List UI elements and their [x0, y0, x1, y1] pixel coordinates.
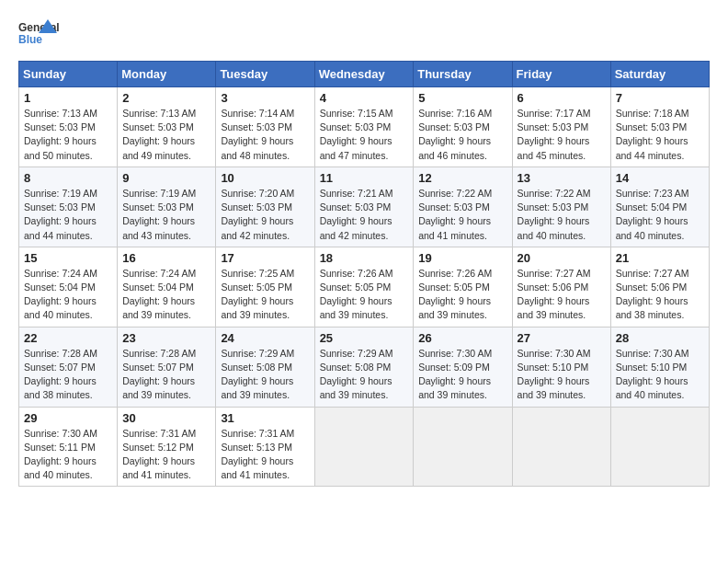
calendar-cell: 19Sunrise: 7:26 AMSunset: 5:05 PMDayligh…: [414, 247, 512, 327]
day-info: Sunrise: 7:22 AMSunset: 5:03 PMDaylight:…: [418, 188, 492, 241]
day-info: Sunrise: 7:13 AMSunset: 5:03 PMDaylight:…: [24, 108, 97, 161]
calendar-cell: 16Sunrise: 7:24 AMSunset: 5:04 PMDayligh…: [118, 247, 216, 327]
day-info: Sunrise: 7:18 AMSunset: 5:03 PMDaylight:…: [616, 108, 689, 161]
day-number: 4: [320, 91, 409, 105]
day-info: Sunrise: 7:30 AMSunset: 5:10 PMDaylight:…: [518, 348, 591, 401]
day-info: Sunrise: 7:24 AMSunset: 5:04 PMDaylight:…: [122, 268, 196, 321]
calendar-cell: 30Sunrise: 7:31 AMSunset: 5:12 PMDayligh…: [118, 407, 216, 487]
calendar-cell: 12Sunrise: 7:22 AMSunset: 5:03 PMDayligh…: [414, 167, 512, 247]
day-info: Sunrise: 7:26 AMSunset: 5:05 PMDaylight:…: [320, 268, 393, 321]
day-number: 10: [221, 171, 309, 185]
day-info: Sunrise: 7:21 AMSunset: 5:03 PMDaylight:…: [320, 188, 393, 241]
calendar-cell: 11Sunrise: 7:21 AMSunset: 5:03 PMDayligh…: [314, 167, 414, 247]
day-number: 2: [122, 91, 210, 105]
day-number: 14: [616, 171, 704, 185]
day-info: Sunrise: 7:26 AMSunset: 5:05 PMDaylight:…: [418, 268, 492, 321]
day-info: Sunrise: 7:27 AMSunset: 5:06 PMDaylight:…: [616, 268, 689, 321]
day-number: 22: [24, 331, 112, 345]
calendar-cell: 29Sunrise: 7:30 AMSunset: 5:11 PMDayligh…: [19, 407, 118, 487]
day-info: Sunrise: 7:30 AMSunset: 5:11 PMDaylight:…: [24, 428, 97, 481]
day-number: 12: [418, 171, 506, 185]
day-number: 23: [122, 331, 210, 345]
day-info: Sunrise: 7:19 AMSunset: 5:03 PMDaylight:…: [24, 188, 97, 241]
calendar-cell: [610, 407, 709, 487]
calendar-body: 1Sunrise: 7:13 AMSunset: 5:03 PMDaylight…: [19, 87, 710, 487]
day-number: 5: [418, 91, 506, 105]
calendar-cell: [512, 407, 610, 487]
day-number: 16: [122, 251, 210, 265]
calendar-cell: [314, 407, 414, 487]
day-number: 9: [122, 171, 210, 185]
day-number: 1: [24, 91, 112, 105]
calendar-week-row: 1Sunrise: 7:13 AMSunset: 5:03 PMDaylight…: [19, 87, 710, 167]
svg-text:Blue: Blue: [18, 33, 42, 46]
calendar-cell: 26Sunrise: 7:30 AMSunset: 5:09 PMDayligh…: [414, 327, 512, 407]
day-info: Sunrise: 7:29 AMSunset: 5:08 PMDaylight:…: [320, 348, 393, 401]
calendar-header-row: SundayMondayTuesdayWednesdayThursdayFrid…: [19, 62, 710, 87]
day-info: Sunrise: 7:14 AMSunset: 5:03 PMDaylight:…: [221, 108, 294, 161]
day-number: 19: [418, 251, 506, 265]
calendar-cell: 23Sunrise: 7:28 AMSunset: 5:07 PMDayligh…: [118, 327, 216, 407]
day-info: Sunrise: 7:31 AMSunset: 5:12 PMDaylight:…: [122, 428, 196, 481]
calendar-cell: 1Sunrise: 7:13 AMSunset: 5:03 PMDaylight…: [19, 87, 118, 167]
day-number: 30: [122, 411, 210, 425]
day-info: Sunrise: 7:30 AMSunset: 5:09 PMDaylight:…: [418, 348, 492, 401]
day-info: Sunrise: 7:30 AMSunset: 5:10 PMDaylight:…: [616, 348, 689, 401]
calendar-cell: 8Sunrise: 7:19 AMSunset: 5:03 PMDaylight…: [19, 167, 118, 247]
calendar-cell: 21Sunrise: 7:27 AMSunset: 5:06 PMDayligh…: [610, 247, 709, 327]
calendar-cell: 22Sunrise: 7:28 AMSunset: 5:07 PMDayligh…: [19, 327, 118, 407]
day-number: 3: [221, 91, 309, 105]
calendar-day-header: Thursday: [414, 62, 512, 87]
calendar-cell: 14Sunrise: 7:23 AMSunset: 5:04 PMDayligh…: [610, 167, 709, 247]
day-number: 28: [616, 331, 704, 345]
calendar-cell: 13Sunrise: 7:22 AMSunset: 5:03 PMDayligh…: [512, 167, 610, 247]
calendar-table: SundayMondayTuesdayWednesdayThursdayFrid…: [18, 61, 710, 487]
calendar-cell: 6Sunrise: 7:17 AMSunset: 5:03 PMDaylight…: [512, 87, 610, 167]
day-number: 26: [418, 331, 506, 345]
calendar-cell: 4Sunrise: 7:15 AMSunset: 5:03 PMDaylight…: [314, 87, 414, 167]
day-info: Sunrise: 7:28 AMSunset: 5:07 PMDaylight:…: [24, 348, 97, 401]
calendar-cell: 5Sunrise: 7:16 AMSunset: 5:03 PMDaylight…: [414, 87, 512, 167]
day-number: 7: [616, 91, 704, 105]
day-info: Sunrise: 7:13 AMSunset: 5:03 PMDaylight:…: [122, 108, 196, 161]
calendar-day-header: Friday: [512, 62, 610, 87]
day-info: Sunrise: 7:25 AMSunset: 5:05 PMDaylight:…: [221, 268, 294, 321]
calendar-cell: 15Sunrise: 7:24 AMSunset: 5:04 PMDayligh…: [19, 247, 118, 327]
calendar-cell: 24Sunrise: 7:29 AMSunset: 5:08 PMDayligh…: [216, 327, 314, 407]
calendar-week-row: 15Sunrise: 7:24 AMSunset: 5:04 PMDayligh…: [19, 247, 710, 327]
calendar-cell: 31Sunrise: 7:31 AMSunset: 5:13 PMDayligh…: [216, 407, 314, 487]
calendar-day-header: Wednesday: [314, 62, 414, 87]
calendar-cell: 20Sunrise: 7:27 AMSunset: 5:06 PMDayligh…: [512, 247, 610, 327]
calendar-cell: 25Sunrise: 7:29 AMSunset: 5:08 PMDayligh…: [314, 327, 414, 407]
calendar-day-header: Sunday: [19, 62, 118, 87]
day-info: Sunrise: 7:24 AMSunset: 5:04 PMDaylight:…: [24, 268, 97, 321]
day-info: Sunrise: 7:27 AMSunset: 5:06 PMDaylight:…: [518, 268, 591, 321]
day-info: Sunrise: 7:22 AMSunset: 5:03 PMDaylight:…: [518, 188, 591, 241]
day-info: Sunrise: 7:29 AMSunset: 5:08 PMDaylight:…: [221, 348, 294, 401]
calendar-cell: 10Sunrise: 7:20 AMSunset: 5:03 PMDayligh…: [216, 167, 314, 247]
calendar-cell: [414, 407, 512, 487]
day-number: 25: [320, 331, 409, 345]
calendar-cell: 17Sunrise: 7:25 AMSunset: 5:05 PMDayligh…: [216, 247, 314, 327]
calendar-cell: 18Sunrise: 7:26 AMSunset: 5:05 PMDayligh…: [314, 247, 414, 327]
logo: General Blue: [18, 18, 59, 52]
day-number: 18: [320, 251, 409, 265]
day-number: 29: [24, 411, 112, 425]
calendar-week-row: 22Sunrise: 7:28 AMSunset: 5:07 PMDayligh…: [19, 327, 710, 407]
day-info: Sunrise: 7:23 AMSunset: 5:04 PMDaylight:…: [616, 188, 689, 241]
calendar-cell: 2Sunrise: 7:13 AMSunset: 5:03 PMDaylight…: [118, 87, 216, 167]
logo-icon: General Blue: [18, 18, 59, 52]
calendar-cell: 27Sunrise: 7:30 AMSunset: 5:10 PMDayligh…: [512, 327, 610, 407]
day-info: Sunrise: 7:28 AMSunset: 5:07 PMDaylight:…: [122, 348, 196, 401]
day-number: 17: [221, 251, 309, 265]
page-header: General Blue: [18, 18, 710, 52]
day-number: 24: [221, 331, 309, 345]
day-info: Sunrise: 7:17 AMSunset: 5:03 PMDaylight:…: [518, 108, 591, 161]
day-info: Sunrise: 7:19 AMSunset: 5:03 PMDaylight:…: [122, 188, 196, 241]
calendar-day-header: Tuesday: [216, 62, 314, 87]
calendar-cell: 3Sunrise: 7:14 AMSunset: 5:03 PMDaylight…: [216, 87, 314, 167]
calendar-cell: 28Sunrise: 7:30 AMSunset: 5:10 PMDayligh…: [610, 327, 709, 407]
day-info: Sunrise: 7:16 AMSunset: 5:03 PMDaylight:…: [418, 108, 492, 161]
day-info: Sunrise: 7:15 AMSunset: 5:03 PMDaylight:…: [320, 108, 393, 161]
calendar-week-row: 29Sunrise: 7:30 AMSunset: 5:11 PMDayligh…: [19, 407, 710, 487]
